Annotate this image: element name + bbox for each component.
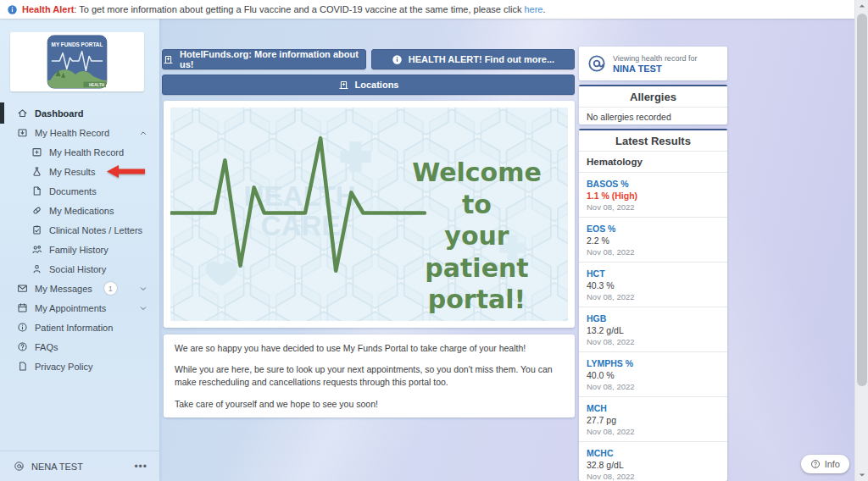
sidebar-item-documents[interactable]: Documents	[0, 181, 159, 201]
alert-message: : To get more information about getting …	[74, 4, 524, 14]
sidebar-item-my-health-record[interactable]: My Health Record	[0, 123, 159, 142]
sidebar-item-label: My Health Record	[35, 128, 109, 138]
sidebar-item-dashboard[interactable]: Dashboard	[0, 103, 159, 123]
info-icon	[7, 4, 18, 15]
lab-result-value: 2.2 %	[587, 235, 720, 246]
lab-result-name: HGB	[587, 313, 720, 323]
chevron-down-icon[interactable]	[138, 303, 148, 313]
lab-result-value: 13.2 g/dL	[587, 325, 720, 335]
chevron-up-icon[interactable]	[138, 128, 148, 138]
lab-result-row[interactable]: EOS % 2.2 % Nov 08, 2022	[579, 218, 727, 263]
intro-paragraph: We are so happy you have decided to use …	[175, 342, 564, 355]
at-icon	[14, 461, 25, 472]
lab-result-date: Nov 08, 2022	[587, 337, 720, 346]
sidebar-item-label: Social History	[49, 264, 106, 274]
clipboard-icon	[31, 224, 42, 235]
red-arrow-pointer-icon	[107, 164, 146, 179]
results-list: BASOS % 1.1 % (High) Nov 08, 2022 EOS % …	[579, 173, 727, 481]
sidebar-item-my-appointments[interactable]: My Appointments	[0, 298, 159, 318]
lab-result-name: HCT	[587, 268, 720, 279]
unread-count-badge: 1	[104, 282, 117, 295]
sidebar-item-family-history[interactable]: Family History	[0, 240, 159, 259]
alert-here-link[interactable]: here	[524, 4, 542, 14]
sidebar-item-label: Clinical Notes / Letters	[49, 225, 142, 235]
health-alert-banner: Health Alert: To get more information ab…	[0, 0, 854, 19]
lab-result-value: 32.8 g/dL	[587, 460, 720, 470]
sidebar-item-label: My Health Record	[49, 147, 124, 158]
intro-paragraph: Take care of yourself and we hope to see…	[175, 398, 564, 411]
lab-result-row[interactable]: HGB 13.2 g/dL Nov 08, 2022	[579, 307, 727, 352]
alert-label: Health Alert	[22, 4, 74, 14]
sidebar-item-clinical-notes-letters[interactable]: Clinical Notes / Letters	[0, 220, 159, 240]
calendar-icon	[17, 302, 28, 313]
alert-suffix: .	[542, 4, 545, 14]
sidebar-item-label: Documents	[49, 186, 97, 196]
sidebar-item-faqs[interactable]: FAQs	[0, 337, 159, 357]
info-button[interactable]: Info	[801, 455, 849, 473]
portal-logo[interactable]: MY FUNDS PORTAL HEALTH	[10, 32, 144, 91]
lab-result-name: MCH	[587, 403, 720, 413]
sidebar-item-social-history[interactable]: Social History	[0, 259, 159, 279]
sidebar-nav: DashboardMy Health RecordMy Health Recor…	[0, 103, 159, 376]
sidebar-item-label: My Medications	[49, 206, 114, 216]
scroll-down-arrow-icon[interactable]	[855, 469, 868, 481]
welcome-heading-line: portal!	[394, 284, 559, 316]
latest-results-title: Latest Results	[579, 130, 727, 152]
sidebar-item-my-health-record[interactable]: My Health Record	[0, 142, 159, 162]
lab-result-date: Nov 08, 2022	[587, 427, 720, 436]
sidebar-item-privacy-policy[interactable]: Privacy Policy	[0, 357, 159, 376]
lab-result-row[interactable]: HCT 40.3 % Nov 08, 2022	[579, 263, 727, 307]
lab-result-row[interactable]: MCHC 32.8 g/dL Nov 08, 2022	[579, 442, 727, 481]
chevron-down-icon[interactable]	[138, 284, 148, 294]
lab-result-name: MCHC	[587, 448, 720, 458]
sidebar-item-label: Dashboard	[35, 108, 83, 119]
lab-result-row[interactable]: MCH 27.7 pg Nov 08, 2022	[579, 397, 727, 442]
person-icon	[31, 263, 42, 274]
lab-result-date: Nov 08, 2022	[587, 472, 720, 481]
sidebar-item-label: FAQs	[35, 342, 58, 352]
footer-more-options-icon[interactable]: •••	[134, 461, 147, 473]
lab-result-date: Nov 08, 2022	[587, 247, 720, 257]
info-circle-icon	[17, 322, 28, 333]
locations-button[interactable]: Locations	[162, 75, 575, 95]
latest-results-card: Latest Results Hematology BASOS % 1.1 % …	[579, 129, 727, 481]
document-icon	[31, 185, 42, 196]
health-alert-button[interactable]: HEALTH ALERT! Find out more...	[371, 49, 575, 69]
question-icon	[810, 459, 821, 469]
sidebar-item-patient-information[interactable]: Patient Information	[0, 318, 159, 337]
lab-result-date: Nov 08, 2022	[587, 202, 720, 212]
lab-result-row[interactable]: BASOS % 1.1 % (High) Nov 08, 2022	[579, 173, 727, 218]
sidebar-item-label: My Messages	[35, 284, 92, 294]
about-us-button[interactable]: HotelFunds.org: More information about u…	[162, 49, 366, 69]
patient-name: NINA TEST	[613, 64, 697, 74]
sidebar-item-my-medications[interactable]: My Medications	[0, 201, 159, 220]
lab-result-value: 40.0 %	[587, 370, 720, 380]
welcome-banner-image: HEALTH CARE Welcome to your patient port…	[170, 108, 568, 321]
scrollbar-thumb[interactable]	[857, 14, 867, 386]
svg-text:HEALTH: HEALTH	[89, 83, 104, 87]
viewing-record-label: Viewing health record for	[613, 54, 697, 63]
lab-result-date: Nov 08, 2022	[587, 292, 720, 301]
sidebar-item-label: Patient Information	[35, 323, 113, 333]
lab-result-value: 40.3 %	[587, 280, 720, 290]
health-alert-button-label: HEALTH ALERT! Find out more...	[409, 54, 554, 64]
lab-result-name: LYMPHS %	[587, 358, 720, 368]
sidebar-item-my-messages[interactable]: My Messages1	[0, 279, 159, 298]
sidebar: MY FUNDS PORTAL HEALTH DashboardMy Healt…	[0, 19, 159, 481]
vertical-scrollbar[interactable]	[854, 0, 868, 481]
scroll-up-arrow-icon[interactable]	[855, 0, 868, 12]
sidebar-item-my-results[interactable]: My Results	[0, 162, 159, 181]
allergies-title: Allergies	[579, 86, 727, 108]
record-folder-icon	[17, 127, 28, 138]
lab-result-value: 1.1 % (High)	[587, 191, 720, 201]
locations-button-label: Locations	[355, 80, 399, 90]
intro-message-card: We are so happy you have decided to use …	[164, 334, 575, 417]
envelope-icon	[17, 283, 28, 294]
lab-result-row[interactable]: LYMPHS % 40.0 % Nov 08, 2022	[579, 352, 727, 397]
results-category-label: Hematology	[579, 152, 727, 173]
sidebar-item-label: Privacy Policy	[35, 362, 92, 372]
family-icon	[31, 244, 42, 255]
lab-result-name: EOS %	[587, 224, 720, 234]
results-flask-icon	[31, 166, 42, 177]
hospital-icon	[163, 54, 174, 65]
